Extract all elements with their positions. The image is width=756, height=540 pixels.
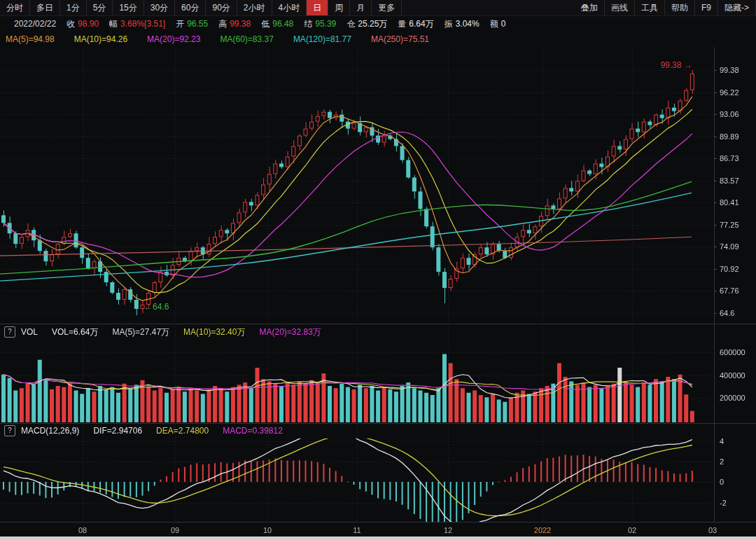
quote-field-value: 0 <box>501 19 506 29</box>
volume-header-field: VOL=6.64万 <box>52 326 98 338</box>
period-tab[interactable]: 周 <box>328 0 350 15</box>
period-tab[interactable]: 多日 <box>30 0 60 15</box>
help-icon[interactable]: ? <box>4 425 15 436</box>
quote-field: 幅3.68%[3.51] <box>109 16 165 32</box>
price-axis-label: 74.09 <box>720 242 739 251</box>
volume-axis-label: 600000 <box>720 348 746 356</box>
period-tab[interactable]: 分时 <box>0 0 30 15</box>
quote-field-value: 6.64万 <box>409 19 433 29</box>
price-axis-label: 86.73 <box>720 154 739 162</box>
price-axis-label: 80.41 <box>720 198 739 207</box>
macd-header-field: MACD=0.39812 <box>223 426 283 436</box>
time-axis-label: 12 <box>444 526 452 534</box>
quote-field-value: 96.55 <box>187 19 208 29</box>
quote-field-label: 高 <box>218 19 227 29</box>
period-tab[interactable]: 15分 <box>113 0 144 15</box>
price-axis-label: 96.22 <box>720 88 739 97</box>
quote-field-label: 收 <box>66 19 75 29</box>
quote-field-value: 3.04% <box>456 19 479 29</box>
macd-header-field: DEA=2.74800 <box>156 426 209 436</box>
quote-field: 收98.90 <box>66 16 99 32</box>
quote-field: 高99.38 <box>218 16 251 32</box>
quote-field: 振3.04% <box>444 16 479 32</box>
ma-legend-item: MA(10)=94.26 <box>74 32 127 47</box>
quote-field-value: 95.39 <box>315 19 336 29</box>
time-axis-label: 10 <box>263 526 272 534</box>
time-axis-label: 09 <box>171 526 179 534</box>
quote-field-value: 98.90 <box>78 19 99 29</box>
price-axis-label: 89.89 <box>720 132 739 141</box>
time-axis-label: 2022 <box>534 526 551 534</box>
price-axis-label: 77.25 <box>720 221 739 229</box>
price-axis-label: 64.6 <box>720 309 734 317</box>
period-toolbar: 分时多日1分5分15分30分60分90分2小时4小时日周月更多 叠加画线工具帮助… <box>0 0 756 16</box>
price-axis-label: 70.92 <box>720 265 739 273</box>
price-axis-label: 93.06 <box>720 110 739 118</box>
period-tab[interactable]: 5分 <box>87 0 113 15</box>
volume-header-field: MA(20)=32.83万 <box>259 326 321 338</box>
trading-app-window: 分时多日1分5分15分30分60分90分2小时4小时日周月更多 叠加画线工具帮助… <box>0 0 756 540</box>
time-axis-label: 02 <box>628 526 636 534</box>
volume-axis-label: 400000 <box>720 371 746 380</box>
help-icon[interactable]: ? <box>4 326 15 338</box>
quote-field-label: 量 <box>398 19 406 29</box>
tool-tab[interactable]: 画线 <box>605 0 635 15</box>
tools-tabs-group: 叠加画线工具帮助F9隐藏-> <box>575 0 756 15</box>
toolbar-spacer <box>402 0 575 15</box>
quote-field-label: 结 <box>304 19 312 29</box>
quote-field: 低96.48 <box>261 16 293 32</box>
ma-legend-item: MA(60)=83.37 <box>220 32 273 47</box>
high-price-annotation: 99.38 → <box>650 60 692 70</box>
volume-header-field: MA(10)=32.40万 <box>183 326 245 338</box>
period-tab[interactable]: 1分 <box>60 0 87 15</box>
quote-field-label: 振 <box>444 19 453 29</box>
volume-axis-label: 200000 <box>720 394 746 402</box>
price-axis-label: 83.57 <box>720 176 739 185</box>
period-tab[interactable]: 90分 <box>206 0 237 15</box>
period-tab[interactable]: 4小时 <box>272 0 307 15</box>
period-tab[interactable]: 60分 <box>175 0 206 15</box>
macd-axis-label: 0 <box>720 478 724 486</box>
tool-tab[interactable]: 帮助 <box>665 0 695 15</box>
volume-header-field: MA(5)=27.47万 <box>112 326 169 338</box>
low-price-annotation: ←64.6 <box>144 302 169 312</box>
quote-field: 结95.39 <box>304 16 336 32</box>
time-axis-label: 11 <box>353 526 360 534</box>
quote-field-value: 3.68%[3.51] <box>120 19 165 29</box>
price-ma-legend: MA(5)=94.98MA(10)=94.26MA(20)=92.23MA(60… <box>0 32 756 47</box>
period-tab[interactable]: 日 <box>307 0 328 15</box>
ma-legend-item: MA(20)=92.23 <box>147 32 200 47</box>
quote-field: 开96.55 <box>176 16 208 32</box>
quote-field-value: 25.25万 <box>358 19 387 29</box>
quote-field-label: 幅 <box>109 19 118 29</box>
period-tab[interactable]: 2小时 <box>237 0 272 15</box>
macd-pane-header: ? MACD(12,26,9) DIF=2.94706DEA=2.74800MA… <box>4 424 283 438</box>
macd-axis-label: -2 <box>720 499 727 507</box>
quote-fields: 收98.90幅3.68%[3.51]开96.55高99.38低96.48结95.… <box>66 16 505 32</box>
period-tabs-group: 分时多日1分5分15分30分60分90分2小时4小时日周月更多 <box>0 0 402 15</box>
quote-info-bar: 2022/02/22 收98.90幅3.68%[3.51]开96.55高99.3… <box>0 16 756 32</box>
macd-axis-label: 2 <box>720 457 724 466</box>
period-tab[interactable]: 30分 <box>144 0 175 15</box>
macd-axis-label: 4 <box>720 437 724 445</box>
tool-tab[interactable]: 叠加 <box>575 0 605 15</box>
macd-header-field: DIF=2.94706 <box>93 426 142 436</box>
volume-pane-header: ? VOL VOL=6.64万MA(5)=27.47万MA(10)=32.40万… <box>4 325 321 339</box>
price-axis-label: 67.76 <box>720 286 739 295</box>
quote-field-label: 低 <box>261 19 270 29</box>
quote-field: 量6.64万 <box>398 16 433 32</box>
quote-field-label: 开 <box>176 19 184 29</box>
quote-field: 仓25.25万 <box>346 16 387 32</box>
chart-canvas[interactable] <box>0 0 756 540</box>
tool-tab[interactable]: 工具 <box>635 0 665 15</box>
quote-field-label: 仓 <box>346 19 355 29</box>
ma-legend-item: MA(5)=94.98 <box>6 32 55 47</box>
tool-tab[interactable]: F9 <box>695 0 718 15</box>
period-tab[interactable]: 更多 <box>372 0 402 15</box>
horizontal-scrollbar[interactable] <box>0 536 756 540</box>
quote-field: 额0 <box>490 16 506 32</box>
tool-tab[interactable]: 隐藏-> <box>718 0 756 15</box>
period-tab[interactable]: 月 <box>350 0 372 15</box>
ma-legend-item: MA(120)=81.77 <box>293 32 351 47</box>
quote-field-value: 96.48 <box>272 19 293 29</box>
